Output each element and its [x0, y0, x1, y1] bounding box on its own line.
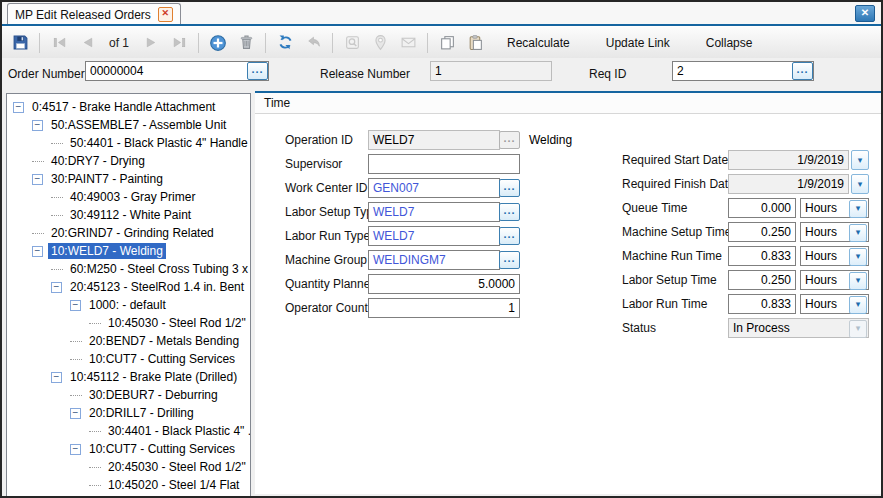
operator-count-field[interactable]: 1: [368, 298, 520, 318]
tree-item-label: 20:45030 - Steel Rod 1/2": [105, 459, 249, 475]
tab-strip: MP Edit Released Orders ✕ ✕: [2, 2, 881, 24]
labor-setup-type-id-field[interactable]: WELD7: [368, 202, 500, 222]
paste-icon[interactable]: [463, 32, 487, 54]
labor-run-time-unit-dropdown-icon[interactable]: ▾: [849, 296, 867, 314]
tree-expander-minus-icon[interactable]: −: [70, 408, 81, 419]
order-number-value: 00000004: [90, 64, 143, 78]
work-center-id-field[interactable]: GEN007: [368, 178, 500, 198]
queue-time-unit-dropdown-icon[interactable]: ▾: [849, 200, 867, 218]
supervisor-field[interactable]: [368, 154, 520, 174]
tree-item[interactable]: 10:45030 - Steel Rod 1/2": [7, 314, 250, 332]
machine-run-time-unit-dropdown-icon[interactable]: ▾: [849, 248, 867, 266]
queue-time-field[interactable]: 0.000: [728, 198, 796, 218]
machine-setup-time-field[interactable]: 0.250: [728, 222, 796, 242]
required-start-date-calendar-dropdown[interactable]: ▾: [851, 150, 869, 170]
save-icon[interactable]: [8, 32, 32, 54]
tree-item[interactable]: −1000: - default: [7, 296, 250, 314]
tree-item-label: 20:DRILL7 - Drilling: [86, 405, 197, 421]
machine-setup-time-label-value: Machine Setup Time: [622, 225, 731, 239]
detail-panel: Time Operation IDWELD7...WeldingSupervis…: [255, 91, 883, 494]
tree-expander-minus-icon[interactable]: −: [51, 372, 62, 383]
tree-item[interactable]: −10:45112 - Brake Plate (Drilled): [7, 368, 250, 386]
machine-setup-time-unit-dropdown-icon[interactable]: ▾: [849, 224, 867, 242]
tree-item[interactable]: 10:CUT7 - Cutting Services: [7, 350, 250, 368]
machine-run-time-unit-combo[interactable]: Hours▾: [800, 246, 869, 266]
copy-icon[interactable]: [435, 32, 459, 54]
req-id-lookup-button[interactable]: ...: [792, 62, 813, 80]
tree-item-label: 30:4401 - Black Plastic 4" ...: [105, 423, 251, 439]
tab-close-icon[interactable]: ✕: [158, 7, 173, 22]
undo-icon: [301, 32, 325, 54]
delete-record-icon[interactable]: [234, 32, 258, 54]
update-link-button[interactable]: Update Link: [592, 33, 684, 53]
tree-item-label: 20:45123 - SteelRod 1.4 in. Bent: [67, 279, 247, 295]
tree-item[interactable]: 20:45030 - Steel Rod 1/2": [7, 458, 250, 476]
labor-run-type-id-field[interactable]: WELD7: [368, 226, 500, 246]
required-finish-date-calendar-dropdown[interactable]: ▾: [851, 174, 869, 194]
tree-expander-minus-icon[interactable]: −: [13, 102, 24, 113]
tree-expander-minus-icon[interactable]: −: [70, 300, 81, 311]
machine-setup-time-unit-combo[interactable]: Hours▾: [800, 222, 869, 242]
toolbar-separator: [265, 33, 266, 53]
queue-time-unit-combo[interactable]: Hours▾: [800, 198, 869, 218]
tree-item[interactable]: −50:ASSEMBLE7 - Assemble Unit: [7, 116, 250, 134]
time-group-title: Time: [264, 96, 290, 110]
operator-count-field-value: 1: [508, 301, 515, 315]
toolbar-separator: [198, 33, 199, 53]
labor-setup-time-unit-combo[interactable]: Hours▾: [800, 270, 869, 290]
tree-item[interactable]: −20:DRILL7 - Drilling: [7, 404, 250, 422]
operator-count-label: Operator Count: [285, 301, 368, 315]
recalculate-button[interactable]: Recalculate: [493, 33, 584, 53]
tree-item[interactable]: −20:45123 - SteelRod 1.4 in. Bent: [7, 278, 250, 296]
tree-expander-minus-icon[interactable]: −: [70, 444, 81, 455]
tree-item[interactable]: −0:4517 - Brake Handle Attachment: [7, 98, 250, 116]
tree-item[interactable]: 30:49112 - White Paint: [7, 206, 250, 224]
tree-item[interactable]: 30:DEBUR7 - Deburring: [7, 386, 250, 404]
labor-setup-time-field[interactable]: 0.250: [728, 270, 796, 290]
queue-time-unit-combo-value: Hours: [805, 201, 837, 215]
quantity-planned-label: Quantity Planned: [285, 277, 377, 291]
tree-item-label: 20:BEND7 - Metals Bending: [86, 333, 242, 349]
machine-group-id-field[interactable]: WELDINGM7: [368, 250, 500, 270]
tree-item[interactable]: 60:M250 - Steel Cross Tubing 3 x 1...: [7, 260, 250, 278]
add-record-icon[interactable]: [206, 32, 230, 54]
tree-item-label: 50:ASSEMBLE7 - Assemble Unit: [48, 117, 229, 133]
labor-run-type-id-lookup-button[interactable]: ...: [499, 227, 520, 245]
tree-expander-minus-icon[interactable]: −: [51, 282, 62, 293]
quantity-planned-field[interactable]: 5.0000: [368, 274, 520, 294]
tree-item[interactable]: 10:45020 - Steel 1/4 Flat: [7, 476, 250, 494]
pane-close-button[interactable]: ✕: [855, 5, 875, 22]
pin-icon: [368, 32, 392, 54]
work-center-id-lookup-button[interactable]: ...: [499, 179, 520, 197]
labor-run-time-unit-combo[interactable]: Hours▾: [800, 294, 869, 314]
tree-item[interactable]: −30:PAINT7 - Painting: [7, 170, 250, 188]
collapse-button[interactable]: Collapse: [692, 33, 767, 53]
tree-connector: [89, 467, 101, 468]
labor-setup-type-id-lookup-button[interactable]: ...: [499, 203, 520, 221]
labor-setup-time-unit-dropdown-icon[interactable]: ▾: [849, 272, 867, 290]
machine-run-time-field[interactable]: 0.833: [728, 246, 796, 266]
machine-group-id-lookup-button[interactable]: ...: [499, 251, 520, 269]
tab-mp-edit-released-orders[interactable]: MP Edit Released Orders ✕: [7, 3, 181, 25]
required-start-date-field-value: 1/9/2019: [797, 153, 844, 167]
last-record-icon: [167, 32, 191, 54]
tree-item[interactable]: −10:WELD7 - Welding: [7, 242, 250, 260]
tree-expander-minus-icon[interactable]: −: [32, 120, 43, 131]
labor-run-time-field[interactable]: 0.833: [728, 294, 796, 314]
tree-item[interactable]: 20:GRIND7 - Grinding Related: [7, 224, 250, 242]
tree-item[interactable]: 20:BEND7 - Metals Bending: [7, 332, 250, 350]
machine-setup-time-field-value: 0.250: [761, 225, 791, 239]
tree-expander-minus-icon[interactable]: −: [32, 174, 43, 185]
tree-item[interactable]: 40:DRY7 - Drying: [7, 152, 250, 170]
tree-item-label-selected: 10:WELD7 - Welding: [48, 243, 166, 259]
tree-item[interactable]: −10:CUT7 - Cutting Services: [7, 440, 250, 458]
labor-run-time-field-value: 0.833: [761, 297, 791, 311]
order-number-field[interactable]: 00000004: [85, 61, 269, 81]
toolbar-separator: [39, 33, 40, 53]
order-number-lookup-button[interactable]: ...: [247, 62, 268, 80]
tree-item[interactable]: 30:4401 - Black Plastic 4" ...: [7, 422, 250, 440]
tree-item[interactable]: 40:49003 - Gray Primer: [7, 188, 250, 206]
refresh-icon[interactable]: [273, 32, 297, 54]
tree-expander-minus-icon[interactable]: −: [32, 246, 43, 257]
tree-item[interactable]: 50:4401 - Black Plastic 4" Handle: [7, 134, 250, 152]
